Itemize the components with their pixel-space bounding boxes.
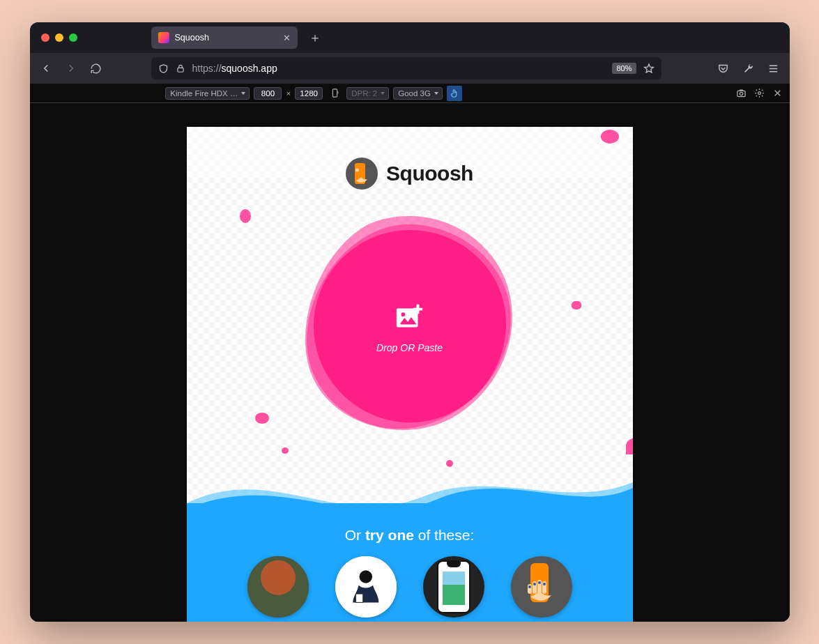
dimension-separator: × (286, 89, 291, 98)
minimize-window-button[interactable] (55, 33, 63, 42)
devtools-settings-icon[interactable] (752, 86, 767, 101)
url-text: https://squoosh.app (192, 63, 606, 74)
viewport-height-input[interactable] (295, 87, 323, 100)
screenshot-icon[interactable] (734, 86, 749, 101)
browser-window: Squoosh ✕ ＋ https://squoosh.app 80% (30, 22, 790, 622)
decorative-blob (240, 209, 251, 223)
sample-images-row (187, 556, 633, 618)
tab-squoosh[interactable]: Squoosh ✕ (151, 26, 298, 49)
tab-bar: Squoosh ✕ ＋ (30, 22, 790, 53)
sample-screenshot-phone[interactable] (423, 556, 484, 618)
decorative-blob (572, 301, 581, 309)
wrench-icon[interactable] (741, 61, 756, 76)
bookmark-icon[interactable] (643, 63, 655, 74)
navigation-toolbar: https://squoosh.app 80% (30, 53, 790, 84)
url-host: squoosh.app (222, 63, 277, 74)
url-protocol: https:// (192, 63, 222, 74)
forward-button[interactable] (63, 61, 79, 76)
lock-icon[interactable] (176, 63, 185, 73)
pocket-icon[interactable] (716, 61, 731, 76)
svg-point-18 (528, 585, 531, 588)
samples-heading: Or try one of these: (187, 527, 633, 544)
drop-target[interactable]: Drop OR Paste (291, 209, 528, 446)
svg-point-4 (758, 92, 761, 95)
decorative-blob (255, 413, 269, 424)
responsive-design-toolbar: Kindle Fire HDX … × DPR: 2 Good 3G (30, 84, 790, 103)
drop-hint: Drop OR Paste (376, 342, 443, 353)
svg-rect-0 (177, 68, 183, 72)
svg-rect-2 (737, 91, 745, 96)
reload-button[interactable] (89, 61, 104, 76)
shield-icon[interactable] (158, 63, 169, 74)
touch-simulation-toggle[interactable] (447, 86, 462, 101)
svg-rect-12 (355, 594, 362, 602)
svg-point-3 (740, 92, 742, 95)
window-controls (41, 33, 77, 42)
close-tab-icon[interactable]: ✕ (283, 33, 291, 43)
svg-point-19 (533, 583, 536, 585)
url-bar[interactable]: https://squoosh.app 80% (151, 57, 661, 79)
device-preset-select[interactable]: Kindle Fire HDX … (165, 87, 250, 100)
svg-point-20 (538, 581, 541, 584)
sample-squoosh-hand[interactable] (511, 556, 572, 618)
svg-rect-1 (332, 89, 337, 97)
decorative-blob (446, 460, 453, 467)
zoom-badge[interactable]: 80% (612, 63, 636, 74)
add-image-icon (394, 302, 426, 334)
decorative-blob (282, 447, 289, 454)
viewport-width-input[interactable] (254, 87, 282, 100)
close-responsive-mode-icon[interactable] (770, 86, 786, 101)
svg-point-11 (359, 570, 372, 583)
app-header: Squoosh (187, 158, 633, 190)
decorative-blob (601, 130, 619, 144)
menu-icon[interactable] (766, 61, 781, 76)
responsive-viewport-area: Squoosh (30, 103, 790, 622)
close-window-button[interactable] (41, 33, 49, 42)
rotate-device-icon[interactable] (327, 86, 342, 101)
back-button[interactable] (38, 61, 54, 76)
svg-point-6 (355, 169, 359, 172)
app-name: Squoosh (386, 162, 473, 185)
tab-title: Squoosh (175, 33, 277, 43)
svg-point-21 (543, 583, 546, 585)
dpr-select[interactable]: DPR: 2 (346, 87, 389, 100)
sample-photo-red-panda[interactable] (247, 556, 309, 618)
svg-point-8 (401, 312, 405, 316)
throttle-select[interactable]: Good 3G (393, 87, 443, 100)
maximize-window-button[interactable] (69, 33, 77, 42)
squoosh-logo-icon (346, 158, 378, 190)
sample-illustration-artist[interactable] (335, 556, 397, 618)
device-frame: Squoosh (187, 127, 633, 622)
svg-rect-10 (413, 308, 422, 311)
tab-favicon (158, 32, 169, 43)
new-tab-button[interactable]: ＋ (303, 29, 327, 46)
